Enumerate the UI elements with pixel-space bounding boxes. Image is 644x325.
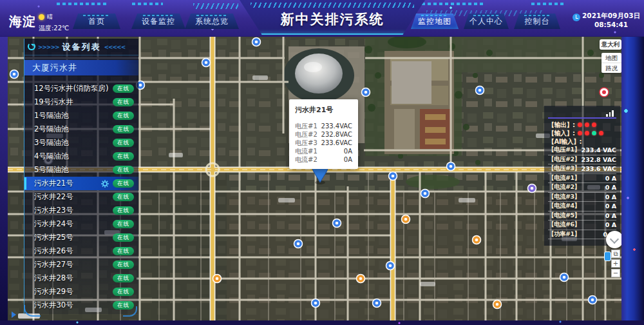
popup-title: 污水井21号 bbox=[295, 105, 352, 115]
list-item[interactable]: 污水井30号在线 bbox=[24, 299, 138, 312]
sun-icon bbox=[39, 14, 44, 20]
device-category[interactable]: 大厦污水井 bbox=[24, 60, 138, 75]
nav-monitor-map[interactable]: 监控地图 bbox=[411, 14, 459, 29]
zoom-in-button[interactable]: + bbox=[611, 259, 620, 268]
list-item[interactable]: 5号隔油池在线 bbox=[24, 163, 138, 177]
telemetry-row: 【电流#5】0 A bbox=[548, 212, 616, 221]
list-item[interactable]: 2号隔油池在线 bbox=[24, 123, 138, 136]
map-logo bbox=[12, 311, 16, 318]
telemetry-row: 【电流#3】0 A bbox=[548, 193, 616, 202]
telemetry-row: 【电流#2】0 A bbox=[548, 183, 616, 193]
nav-device-monitor[interactable]: 设备监控 bbox=[131, 14, 185, 29]
output-status-row: 【输出】: bbox=[548, 121, 616, 129]
list-item[interactable]: 污水井27号在线 bbox=[24, 258, 138, 271]
frame-bottom bbox=[0, 320, 644, 325]
gear-icon[interactable] bbox=[101, 180, 109, 188]
map-type-switcher: 地图 路况 bbox=[601, 53, 621, 73]
status-dot bbox=[592, 131, 596, 135]
weather-condition: 晴 bbox=[47, 14, 53, 20]
status-badge: 在线 bbox=[113, 261, 134, 269]
nav-system-overview[interactable]: 系统总览 bbox=[185, 14, 239, 29]
map-type-option-traffic[interactable]: 路况 bbox=[601, 63, 621, 73]
list-item[interactable]: 污水井29号在线 bbox=[24, 285, 138, 299]
clock-icon bbox=[573, 14, 580, 21]
list-item[interactable]: 污水井25号在线 bbox=[24, 231, 138, 244]
list-item[interactable]: 12号污水井(消防泵房)在线 bbox=[24, 82, 138, 95]
time-label: 08:54:41 bbox=[582, 21, 641, 30]
status-badge: 在线 bbox=[113, 288, 134, 296]
status-badge: 在线 bbox=[113, 247, 134, 255]
telemetry-row: 【电压#2】232.8 VAC bbox=[548, 155, 616, 165]
status-badge: 在线 bbox=[113, 84, 134, 93]
list-item[interactable]: 污水井22号在线 bbox=[24, 190, 138, 204]
status-dot bbox=[585, 123, 589, 127]
status-dot bbox=[578, 131, 582, 135]
header-deco-dashes bbox=[422, 3, 483, 5]
zoom-out-button[interactable]: − bbox=[611, 269, 620, 277]
header-deco-dashes bbox=[132, 3, 163, 5]
list-item[interactable]: 3号隔油池在线 bbox=[24, 136, 138, 150]
map-overview-button[interactable]: ⧉ bbox=[611, 250, 620, 258]
status-badge: 在线 bbox=[113, 301, 134, 310]
list-item[interactable]: 污水井23号在线 bbox=[24, 204, 138, 217]
telemetry-row: 【电流#4】0 A bbox=[548, 202, 616, 212]
chevrons-left-icon: <<<<< bbox=[104, 44, 126, 50]
list-item[interactable]: 1号隔油池在线 bbox=[24, 109, 138, 123]
telemetry-row: 【电流#6】0 A bbox=[548, 221, 616, 230]
status-badge: 在线 bbox=[113, 125, 134, 133]
status-badge: 在线 bbox=[113, 233, 134, 242]
list-item-selected[interactable]: 污水井21号 在线 bbox=[24, 177, 138, 190]
refresh-icon[interactable] bbox=[28, 43, 35, 50]
panel-collapse-button[interactable] bbox=[606, 231, 623, 248]
status-dot bbox=[599, 131, 603, 135]
map-zoom-control: ⧉ + − bbox=[611, 250, 620, 279]
telemetry-row: 【电流#1】0 A bbox=[548, 174, 616, 184]
datetime-widget: 2021年09月03日 08:54:41 bbox=[582, 12, 641, 29]
status-badge: 在线 bbox=[113, 220, 134, 228]
app-title: 新中关排污系统 bbox=[281, 10, 384, 28]
ai-input-row: 【AI输入】: bbox=[548, 137, 616, 146]
telemetry-row: 【电压#3】233.6 VAC bbox=[548, 164, 616, 174]
header-deco-dashes bbox=[57, 3, 108, 5]
status-badge: 在线 bbox=[113, 166, 134, 174]
telemetry-header bbox=[548, 108, 616, 119]
device-list-title: 设备列表 bbox=[62, 41, 101, 53]
frame-left bbox=[0, 37, 8, 325]
device-list-panel: >>>>> 设备列表 <<<<< 大厦污水井 12号污水井(消防泵房)在线 19… bbox=[24, 39, 138, 314]
status-dot bbox=[592, 123, 596, 127]
device-info-popup: 污水井21号 电压#1233.4VAC 电压#2232.8VAC 电压#3233… bbox=[289, 99, 358, 169]
app-title-band: 新中关排污系统 bbox=[240, 0, 425, 36]
status-badge: 在线 bbox=[113, 112, 134, 120]
top-header-bar: 海淀 晴 温度:22℃ 首页 设备监控 系统总览 新中关排污系统 监控地图 个人… bbox=[0, 0, 644, 37]
status-badge: 在线 bbox=[113, 274, 134, 282]
streetview-pegman-icon[interactable] bbox=[604, 251, 611, 261]
list-item[interactable]: 19号污水井在线 bbox=[24, 95, 138, 109]
status-badge: 在线 bbox=[113, 206, 134, 215]
list-item[interactable]: 污水井26号在线 bbox=[24, 244, 138, 258]
nav-home[interactable]: 首页 bbox=[73, 14, 120, 29]
list-item[interactable]: 污水井28号在线 bbox=[24, 271, 138, 285]
bar-chart-icon[interactable] bbox=[606, 110, 615, 117]
header-deco-hatch bbox=[193, 3, 238, 9]
header-deco-dashes bbox=[531, 3, 565, 5]
status-dot bbox=[585, 131, 589, 135]
map-poi-label-chip: 意大利 bbox=[600, 39, 621, 50]
dashboard: 意大利 地图 路况 ⧉ + − >>>>> 设备列表 <<<<< 大厦污水井 1… bbox=[0, 0, 644, 325]
device-list: 12号污水井(消防泵房)在线 19号污水井在线 1号隔油池在线 2号隔油池在线 … bbox=[24, 82, 138, 312]
status-badge: 在线 bbox=[113, 152, 134, 161]
map-type-option-map[interactable]: 地图 bbox=[601, 53, 621, 63]
device-list-header: >>>>> 设备列表 <<<<< bbox=[24, 39, 138, 55]
list-item[interactable]: 4号隔油池在线 bbox=[24, 150, 138, 163]
telemetry-row: 【电压#1】233.4 VAC bbox=[548, 146, 616, 155]
chevrons-right-icon: >>>>> bbox=[38, 44, 59, 50]
status-badge: 在线 bbox=[113, 98, 134, 106]
status-badge: 在线 bbox=[113, 179, 134, 188]
nav-personal-center[interactable]: 个人中心 bbox=[464, 14, 509, 29]
nav-console[interactable]: 控制台 bbox=[514, 14, 560, 29]
region-label: 海淀 bbox=[9, 13, 36, 30]
input-status-row: 【输入】: bbox=[548, 129, 616, 137]
telemetry-panel: 【输出】: 【输入】: 【AI输入】: 【电压#1】233.4 VAC 【电压#… bbox=[544, 106, 620, 246]
status-badge: 在线 bbox=[113, 139, 134, 147]
list-item[interactable]: 污水井24号在线 bbox=[24, 217, 138, 231]
frame-right bbox=[621, 37, 644, 325]
